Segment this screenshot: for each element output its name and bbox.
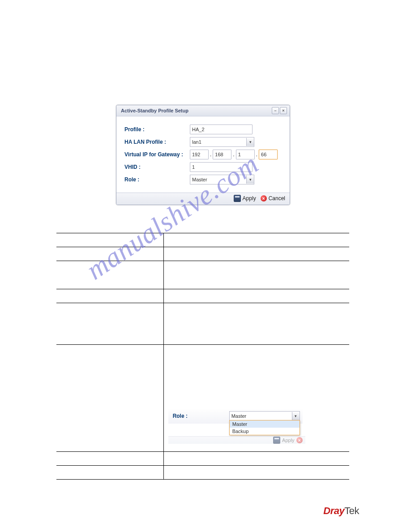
draytek-logo: DrayTek bbox=[323, 505, 359, 517]
ghost-apply-label: Apply bbox=[282, 438, 295, 443]
chevron-down-icon: ▾ bbox=[246, 138, 254, 146]
role-value: Master bbox=[192, 177, 207, 182]
cancel-icon: × bbox=[261, 195, 267, 202]
profile-input[interactable] bbox=[190, 124, 253, 134]
dialog-title-text: Active-Standby Profile Setup bbox=[121, 108, 188, 113]
dialog-body: Profile : HA LAN Profile : lan1 ▾ Virtua… bbox=[116, 116, 290, 193]
vip-label: Virtual IP for Gateway : bbox=[124, 151, 190, 158]
ip-octet-4[interactable] bbox=[259, 150, 278, 159]
vhid-input[interactable] bbox=[190, 162, 253, 172]
dialog-footer: Apply × Cancel bbox=[116, 193, 290, 205]
ip-dot: . bbox=[233, 151, 234, 158]
minimize-button[interactable]: – bbox=[272, 107, 279, 114]
ip-octet-3[interactable] bbox=[236, 150, 255, 159]
profile-label: Profile : bbox=[124, 126, 190, 133]
role-dropdown-preview: Role : Master ▾ Master Backup Apply × bbox=[168, 409, 303, 424]
ip-dot: . bbox=[210, 151, 211, 158]
role-preview-select[interactable]: Master ▾ bbox=[229, 411, 300, 421]
apply-label: Apply bbox=[243, 195, 256, 202]
profile-setup-dialog: Active-Standby Profile Setup – × Profile… bbox=[116, 105, 290, 205]
ip-octet-2[interactable] bbox=[213, 150, 231, 159]
role-option-master[interactable]: Master bbox=[230, 420, 300, 428]
ha-lan-label: HA LAN Profile : bbox=[124, 139, 190, 145]
apply-button[interactable]: Apply bbox=[234, 195, 256, 202]
role-dropdown-list[interactable]: Master Backup bbox=[229, 420, 300, 435]
description-table: Role : Master ▾ Master Backup Apply × bbox=[56, 233, 349, 480]
cancel-icon: × bbox=[296, 437, 303, 443]
role-preview-value: Master bbox=[231, 413, 247, 419]
ha-lan-select[interactable]: lan1 ▾ bbox=[190, 137, 254, 147]
logo-part2: Tek bbox=[344, 505, 359, 516]
role-select[interactable]: Master ▾ bbox=[190, 175, 254, 184]
ha-lan-value: lan1 bbox=[192, 139, 201, 145]
dialog-titlebar: Active-Standby Profile Setup – × bbox=[116, 105, 290, 116]
chevron-down-icon: ▾ bbox=[292, 412, 300, 420]
logo-part1: Dray bbox=[323, 505, 344, 516]
close-button[interactable]: × bbox=[280, 107, 287, 114]
save-icon bbox=[234, 195, 241, 202]
vhid-label: VHID : bbox=[124, 164, 190, 170]
cancel-label: Cancel bbox=[269, 195, 285, 202]
save-icon bbox=[273, 437, 280, 444]
ip-octet-1[interactable] bbox=[190, 150, 209, 159]
ip-dot: . bbox=[256, 151, 257, 158]
role-preview-label: Role : bbox=[173, 413, 229, 419]
role-option-backup[interactable]: Backup bbox=[230, 428, 300, 435]
role-label: Role : bbox=[124, 176, 190, 183]
chevron-down-icon: ▾ bbox=[246, 176, 254, 184]
cancel-button[interactable]: × Cancel bbox=[261, 195, 285, 202]
ghost-footer: Apply × bbox=[168, 436, 305, 444]
